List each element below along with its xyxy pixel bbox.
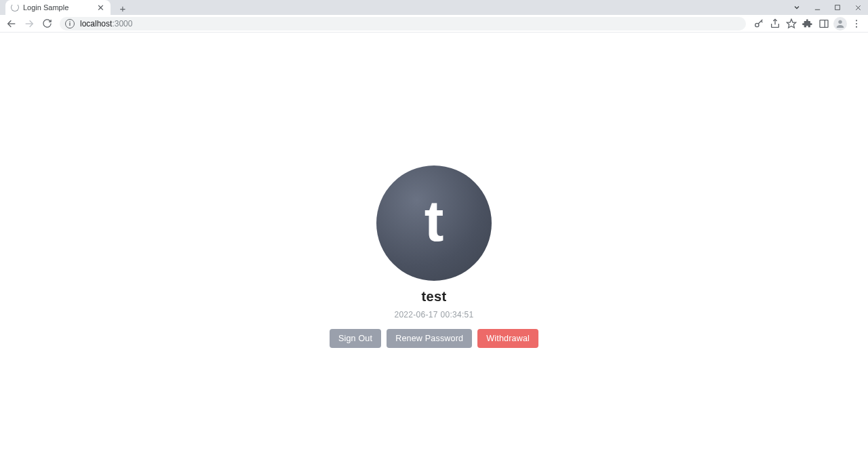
url-host: localhost [80, 19, 112, 28]
menu-dots-icon[interactable] [849, 16, 864, 31]
profile-card: t test 2022-06-17 00:34:51 Sign Out Rene… [330, 165, 538, 348]
renew-password-button[interactable]: Renew Password [387, 329, 472, 348]
toolbar-right [751, 16, 864, 31]
avatar: t [376, 165, 492, 281]
extensions-icon[interactable] [800, 16, 815, 31]
avatar-initial: t [425, 191, 444, 250]
withdrawal-button[interactable]: Withdrawal [477, 329, 538, 348]
maximize-window-icon[interactable] [827, 0, 848, 15]
back-button[interactable] [4, 16, 19, 31]
action-button-row: Sign Out Renew Password Withdrawal [330, 329, 538, 348]
browser-tab-strip: Login Sample ✕ + [0, 0, 868, 15]
reload-button[interactable] [39, 16, 54, 31]
svg-rect-1 [835, 5, 840, 10]
sign-out-button[interactable]: Sign Out [330, 329, 381, 348]
svg-point-14 [856, 26, 857, 27]
browser-toolbar: i localhost:3000 [0, 15, 868, 33]
svg-point-12 [856, 20, 857, 21]
favicon-loading-icon [11, 3, 19, 12]
new-tab-button[interactable]: + [116, 1, 130, 15]
minimize-window-icon[interactable] [807, 0, 827, 15]
site-info-icon[interactable]: i [65, 19, 75, 28]
username-label: test [422, 289, 447, 305]
profile-avatar-button[interactable] [833, 16, 848, 31]
window-controls [787, 0, 868, 15]
tab-title: Login Sample [23, 3, 96, 12]
timestamp-label: 2022-06-17 00:34:51 [394, 310, 473, 319]
close-tab-icon[interactable]: ✕ [96, 3, 105, 12]
share-icon[interactable] [768, 16, 783, 31]
address-bar[interactable]: i localhost:3000 [60, 17, 746, 31]
svg-marker-8 [787, 19, 795, 28]
svg-rect-9 [820, 20, 828, 27]
svg-point-11 [838, 20, 842, 23]
url-path: :3000 [112, 19, 132, 28]
side-panel-icon[interactable] [816, 16, 831, 31]
browser-tab-active[interactable]: Login Sample ✕ [5, 0, 111, 15]
key-icon[interactable] [751, 16, 766, 31]
forward-button[interactable] [22, 16, 37, 31]
close-window-icon[interactable] [848, 0, 868, 15]
page-content-area: t test 2022-06-17 00:34:51 Sign Out Rene… [0, 33, 868, 468]
chevron-down-icon[interactable] [787, 0, 807, 15]
bookmark-star-icon[interactable] [784, 16, 799, 31]
svg-point-13 [856, 22, 857, 24]
